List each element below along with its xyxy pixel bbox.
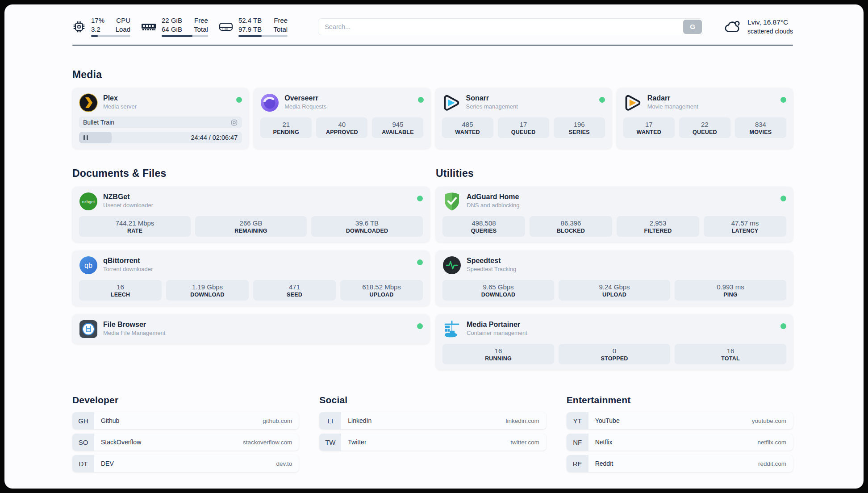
stat-leech: 16 LEECH	[79, 280, 162, 301]
bookmark-netflix[interactable]: NF Netflix netflix.com	[567, 434, 793, 451]
status-dot	[417, 196, 423, 201]
disk-free-value: 52.4 TB	[238, 16, 262, 25]
svg-text:nzbget: nzbget	[82, 199, 95, 204]
speedtest-icon	[442, 256, 461, 275]
stat-pending: 21 PENDING	[260, 117, 312, 138]
bookmark-url: stackoverflow.com	[243, 439, 299, 446]
app-name: qBittorrent	[103, 257, 153, 265]
stat-movies: 834 MOVIES	[735, 117, 786, 138]
stat-total: 16 TOTAL	[675, 344, 786, 364]
app-card-speedtest[interactable]: Speedtest Speedtest Tracking 9.65 Gbps D…	[436, 251, 793, 306]
app-card-adguard-home[interactable]: AdGuard Home DNS and adblocking 498,508 …	[436, 187, 793, 242]
search-input[interactable]	[318, 18, 703, 35]
now-playing-row: Bullet Train	[79, 117, 242, 128]
bookmark-stackoverflow[interactable]: SO StackOverflow stackoverflow.com	[72, 434, 299, 451]
bookmark-reddit[interactable]: RE Reddit reddit.com	[567, 455, 793, 472]
stat-blocked: 86,396 BLOCKED	[530, 216, 612, 237]
cloud-icon	[723, 19, 742, 35]
status-dot	[780, 97, 786, 103]
disk-total-value: 97.9 TB	[238, 25, 262, 34]
stat-wanted: 485 WANTED	[442, 117, 493, 138]
svg-text:qb: qb	[84, 262, 92, 269]
status-dot	[417, 323, 423, 329]
stat-latency: 47.57 ms LATENCY	[704, 216, 786, 237]
playback-time: 24:44 / 02:06:47	[191, 134, 238, 141]
bookmarks-entertainment: Entertainment YT YouTube youtube.com NF …	[567, 395, 793, 472]
cpu-load-value: 3.2	[91, 25, 104, 34]
bookmark-abbr: YT	[567, 412, 588, 429]
disk-progress-bar	[238, 35, 288, 37]
app-name: AdGuard Home	[467, 193, 520, 201]
cpu-icon	[72, 20, 86, 33]
app-card-media-portainer[interactable]: Media Portainer Container management 16 …	[436, 314, 793, 370]
section-title-developer: Developer	[72, 395, 299, 405]
media-grid: Plex Media server Bullet Train 24:44 / 0…	[72, 88, 793, 149]
app-name: Overseerr	[284, 94, 326, 102]
bookmark-name: LinkedIn	[341, 417, 371, 424]
bookmark-abbr: RE	[567, 455, 588, 472]
cpu-usage-value: 17%	[91, 16, 104, 25]
app-card-qbittorrent[interactable]: qb qBittorrent Torrent downloader 16	[72, 251, 430, 306]
app-description: Media File Management	[103, 330, 165, 336]
bookmarks-developer: Developer GH Github github.com SO StackO…	[72, 395, 299, 472]
bookmark-abbr: GH	[72, 412, 94, 429]
app-name: NZBGet	[103, 193, 153, 201]
status-dot	[236, 97, 242, 103]
search-engine-button[interactable]: G	[683, 20, 702, 34]
app-card-plex[interactable]: Plex Media server Bullet Train 24:44 / 0…	[72, 88, 249, 149]
section-title-utilities: Utilities	[436, 167, 793, 180]
header-divider	[72, 45, 793, 46]
bookmark-linkedin[interactable]: LI LinkedIn linkedin.com	[319, 412, 546, 429]
app-card-overseerr[interactable]: Overseerr Media Requests 21 PENDING 40 A…	[254, 88, 430, 149]
cpu-load-label: Load	[112, 25, 130, 34]
cpu-progress-fill	[91, 35, 98, 37]
app-name: Speedtest	[467, 257, 516, 265]
app-card-sonarr[interactable]: Sonarr Series management 485 WANTED 17 Q…	[435, 88, 612, 149]
app-name: Plex	[103, 94, 137, 102]
bookmark-name: Reddit	[588, 460, 613, 467]
plex-icon	[79, 93, 98, 112]
top-bar: 17% 3.2 CPU Load	[4, 4, 864, 37]
app-card-file-browser[interactable]: File Browser Media File Management	[72, 314, 430, 344]
pause-icon[interactable]	[83, 135, 88, 140]
stat-downloaded: 39.6 TB DOWNLOADED	[311, 216, 423, 237]
memory-widget: 22 GiB 64 GiB Free Total	[141, 16, 208, 37]
qbittorrent-icon: qb	[79, 256, 98, 275]
sonarr-icon	[442, 93, 461, 112]
bookmark-dev[interactable]: DT DEV dev.to	[72, 455, 299, 472]
bookmark-abbr: SO	[72, 434, 94, 451]
stat-available: 945 AVAILABLE	[372, 117, 423, 138]
status-dot	[418, 97, 424, 103]
status-dot	[780, 323, 786, 329]
bookmark-abbr: DT	[72, 455, 94, 472]
app-name: File Browser	[103, 321, 165, 329]
disk-widget: 52.4 TB 97.9 TB Free Total	[219, 16, 288, 37]
section-title-social: Social	[319, 395, 546, 405]
app-card-nzbget[interactable]: nzbget NZBGet Usenet downloader 744.21 M…	[72, 187, 430, 242]
disk-icon	[219, 20, 233, 33]
stat-download: 9.65 Gbps DOWNLOAD	[442, 280, 554, 301]
app-card-radarr[interactable]: Radarr Movie management 17 WANTED 22 QUE…	[617, 88, 793, 149]
stat-wanted: 17 WANTED	[623, 117, 675, 138]
stat-queued: 22 QUEUED	[679, 117, 730, 138]
bookmark-twitter[interactable]: TW Twitter twitter.com	[319, 434, 546, 451]
stat-ping: 0.993 ms PING	[675, 280, 786, 301]
status-dot	[780, 196, 786, 201]
overseerr-icon	[260, 93, 279, 112]
bookmark-url: dev.to	[276, 460, 299, 467]
bookmark-github[interactable]: GH Github github.com	[72, 412, 299, 429]
bookmark-abbr: TW	[319, 434, 341, 451]
bookmark-url: netflix.com	[757, 439, 793, 446]
bookmarks-social: Social LI LinkedIn linkedin.com TW Twitt…	[319, 395, 546, 472]
adguard-icon	[442, 192, 461, 211]
bookmark-name: Netflix	[588, 439, 613, 446]
app-description: Torrent downloader	[103, 266, 153, 272]
app-description: Series management	[466, 103, 518, 110]
bookmark-name: YouTube	[588, 417, 620, 424]
stat-stopped: 0 STOPPED	[559, 344, 670, 364]
section-title-media: Media	[72, 69, 793, 81]
bookmark-url: reddit.com	[758, 460, 793, 467]
bookmark-youtube[interactable]: YT YouTube youtube.com	[567, 412, 793, 429]
ram-progress-fill	[162, 35, 192, 37]
app-description: Movie management	[647, 103, 698, 110]
